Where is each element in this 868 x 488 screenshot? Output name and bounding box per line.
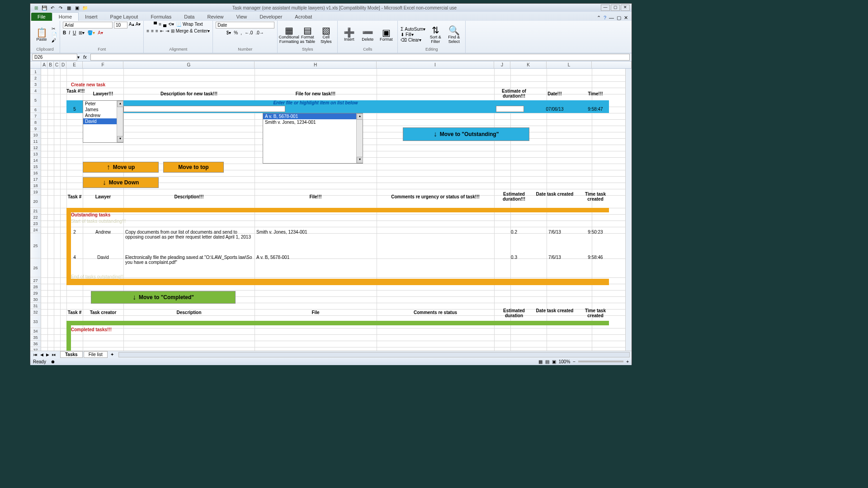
row-4[interactable]: 4 xyxy=(30,88,41,94)
minimize-ribbon-icon[interactable]: ⌃ xyxy=(597,15,601,21)
tab-developer[interactable]: Developer xyxy=(253,13,288,21)
lawyer-item-1[interactable]: James xyxy=(83,107,117,113)
align-top-icon[interactable]: ▀ xyxy=(154,22,157,27)
row-20[interactable]: 20 xyxy=(30,195,41,208)
row-36[interactable]: 36 xyxy=(30,341,41,347)
row-10[interactable]: 10 xyxy=(30,132,41,138)
copy-icon[interactable]: 📄 xyxy=(52,32,57,37)
row-8[interactable]: 8 xyxy=(30,119,41,126)
row-37[interactable]: 37 xyxy=(30,347,41,351)
row-2[interactable]: 2 xyxy=(30,75,41,81)
folder-icon[interactable]: 📁 xyxy=(82,5,88,11)
row-3[interactable]: 3 xyxy=(30,81,41,88)
col-J[interactable]: J xyxy=(494,61,510,68)
underline-button[interactable]: U xyxy=(73,30,76,35)
save-icon[interactable]: 💾 xyxy=(41,5,47,11)
file-item-0[interactable]: A v. B, 5678-001 xyxy=(263,113,356,119)
new-sheet-icon[interactable]: ✦ xyxy=(108,352,117,357)
lawyer-listbox[interactable]: Peter James Andrew David ▴▾ xyxy=(83,100,123,143)
row-33[interactable]: 33 xyxy=(30,315,41,328)
move-to-outstanding-button[interactable]: ↓Move to "Outstanding" xyxy=(403,127,529,141)
view-normal-icon[interactable]: ▦ xyxy=(538,359,542,364)
row-35[interactable]: 35 xyxy=(30,334,41,341)
row-31[interactable]: 31 xyxy=(30,303,41,309)
comma-icon[interactable]: , xyxy=(241,30,242,35)
tab-file[interactable]: File xyxy=(31,13,52,21)
bold-button[interactable]: B xyxy=(63,30,66,35)
sheet-first-icon[interactable]: ⏮ xyxy=(32,352,39,357)
format-painter-icon[interactable]: 🖌 xyxy=(52,38,57,43)
clear-button[interactable]: ⌫ Clear▾ xyxy=(401,38,425,42)
move-down-button[interactable]: ↓Move Down xyxy=(83,177,159,188)
row-19[interactable]: 19 xyxy=(30,189,41,195)
row-5[interactable]: 5 xyxy=(30,94,41,107)
fill-color-button[interactable]: 🪣▾ xyxy=(87,30,95,35)
row-29[interactable]: 29 xyxy=(30,290,41,296)
sheet-next-icon[interactable]: ▶ xyxy=(45,352,51,357)
font-size-combo[interactable]: 10 xyxy=(114,22,127,28)
align-right-icon[interactable]: ≡ xyxy=(156,28,158,33)
estimate-input-highlight[interactable] xyxy=(496,106,524,112)
sort-filter-button[interactable]: ⇅Sort & Filter xyxy=(427,25,444,44)
scroll-down-icon[interactable]: ▾ xyxy=(117,136,123,142)
select-all-corner[interactable] xyxy=(30,61,41,68)
col-F[interactable]: F xyxy=(83,61,123,68)
format-button[interactable]: ▣Format xyxy=(377,25,395,44)
align-center-icon[interactable]: ≡ xyxy=(151,28,154,33)
zoom-level[interactable]: 100% xyxy=(559,359,571,364)
cell-styles-button[interactable]: ▧Cell Styles xyxy=(317,25,335,44)
row-24[interactable]: 24 xyxy=(30,227,41,233)
close-button[interactable]: ✕ xyxy=(621,5,630,11)
zoom-out-icon[interactable]: − xyxy=(573,359,576,364)
conditional-formatting-button[interactable]: ▦Conditional Formatting xyxy=(280,25,297,44)
horizontal-scrollbar[interactable] xyxy=(118,352,630,357)
col-C[interactable]: C xyxy=(54,61,60,68)
row-28[interactable]: 28 xyxy=(30,284,41,290)
grid-content[interactable]: Create new task Task #!!! Lawyer!!! Desc… xyxy=(41,69,625,351)
align-left-icon[interactable]: ≡ xyxy=(146,28,149,33)
maximize-button[interactable]: ▢ xyxy=(611,5,620,11)
currency-icon[interactable]: $▾ xyxy=(226,30,231,35)
file-item-1[interactable]: Smith v. Jones, 1234-001 xyxy=(263,119,356,125)
col-I[interactable]: I xyxy=(377,61,494,68)
formula-input[interactable] xyxy=(90,54,630,61)
scroll-down-icon[interactable]: ▾ xyxy=(357,157,363,163)
description-input-highlight[interactable] xyxy=(123,106,285,112)
tab-view[interactable]: View xyxy=(230,13,254,21)
insert-button[interactable]: ➕Insert xyxy=(340,25,358,44)
row-22[interactable]: 22 xyxy=(30,214,41,221)
font-name-combo[interactable]: Arial xyxy=(63,22,113,28)
tab-acrobat[interactable]: Acrobat xyxy=(288,13,318,21)
split-icon[interactable]: ▦ xyxy=(66,5,72,11)
tab-insert[interactable]: Insert xyxy=(79,13,104,21)
minimize-button[interactable]: — xyxy=(601,5,610,11)
align-bottom-icon[interactable]: ▄ xyxy=(163,22,166,27)
tab-home[interactable]: Home xyxy=(52,12,79,21)
redo-icon[interactable]: ↷ xyxy=(57,5,64,11)
lawyer-item-3[interactable]: David xyxy=(83,118,117,124)
file-listbox[interactable]: A v. B, 5678-001 Smith v. Jones, 1234-00… xyxy=(263,113,363,164)
italic-button[interactable]: I xyxy=(69,30,70,35)
scroll-up-icon[interactable]: ▴ xyxy=(357,113,363,120)
row-6[interactable]: 6 xyxy=(30,107,41,113)
lawyer-item-0[interactable]: Peter xyxy=(83,101,117,107)
fill-button[interactable]: ⬇ Fill▾ xyxy=(401,32,425,37)
col-B[interactable]: B xyxy=(47,61,54,68)
sheet-prev-icon[interactable]: ◀ xyxy=(39,352,45,357)
move-to-top-button[interactable]: Move to top xyxy=(163,162,224,173)
row-27[interactable]: 27 xyxy=(30,277,41,284)
sheet-last-icon[interactable]: ⏭ xyxy=(51,352,57,357)
paste-button[interactable]: 📋Paste xyxy=(33,25,50,44)
ribbon-close-icon[interactable]: ✕ xyxy=(624,15,628,21)
row-12[interactable]: 12 xyxy=(30,145,41,151)
fx-icon[interactable]: fx xyxy=(80,55,90,60)
col-H[interactable]: H xyxy=(255,61,377,68)
dec-decimal-icon[interactable]: .0→ xyxy=(255,30,264,35)
cut-icon[interactable]: ✂ xyxy=(52,26,57,31)
format-as-table-button[interactable]: ▤Format as Table xyxy=(299,25,316,44)
move-to-completed-button[interactable]: ↓Move to "Completed" xyxy=(91,291,236,304)
zoom-in-icon[interactable]: + xyxy=(626,359,629,364)
row-18[interactable]: 18 xyxy=(30,183,41,189)
border-button[interactable]: ⊞▾ xyxy=(79,30,85,35)
tab-data[interactable]: Data xyxy=(178,13,201,21)
